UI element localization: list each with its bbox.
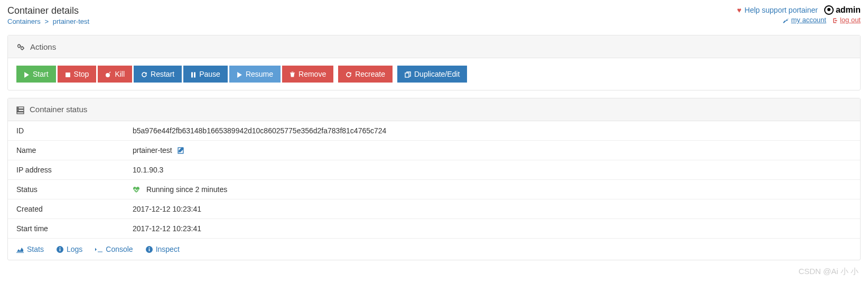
breadcrumb: Containers > prtainer-test [7, 17, 89, 25]
svg-rect-6 [405, 73, 409, 77]
actions-panel-header: Actions [8, 35, 860, 58]
created-label: Created [8, 199, 124, 219]
svg-rect-2 [66, 72, 70, 77]
user-name: admin [836, 5, 861, 15]
resume-label: Resume [246, 70, 273, 78]
svg-point-1 [21, 47, 24, 50]
svg-rect-14 [60, 249, 61, 251]
status-panel-title: Container status [30, 105, 87, 114]
duplicate-button[interactable]: Duplicate/Edit [397, 66, 467, 83]
terminal-icon [95, 245, 102, 253]
resume-button[interactable]: Resume [229, 66, 281, 83]
table-row: Created 2017-12-12 10:23:41 [8, 199, 860, 219]
svg-point-18 [148, 248, 150, 249]
play-icon [237, 70, 242, 78]
start-button[interactable]: Start [16, 66, 56, 83]
stats-label: Stats [27, 245, 44, 253]
status-cell: Running since 2 minutes [124, 179, 860, 199]
svg-rect-4 [191, 72, 193, 77]
my-account-link[interactable]: my account [782, 16, 826, 24]
recreate-label: Recreate [355, 70, 385, 78]
breadcrumb-separator: > [45, 17, 49, 25]
svg-point-3 [106, 73, 110, 77]
copy-icon [405, 70, 411, 78]
info-icon [57, 245, 63, 253]
remove-button[interactable]: Remove [282, 66, 333, 83]
name-value: prtainer-test [133, 146, 172, 154]
table-row: Name prtainer-test [8, 140, 860, 160]
page-title: Container details [7, 5, 89, 16]
table-row: IP address 10.1.90.3 [8, 160, 860, 179]
start-value: 2017-12-12 10:23:41 [124, 219, 860, 238]
ip-label: IP address [8, 160, 124, 179]
logs-tab[interactable]: Logs [57, 245, 82, 253]
restart-button[interactable]: Restart [134, 66, 182, 83]
breadcrumb-current[interactable]: prtainer-test [53, 17, 89, 25]
name-label: Name [8, 140, 124, 160]
support-link[interactable]: ♥ Help support portainer [737, 6, 818, 14]
ip-value: 10.1.90.3 [124, 160, 860, 179]
page-header: Container details Containers > prtainer-… [7, 5, 861, 25]
gears-icon [16, 42, 25, 51]
table-row: ID b5a976e44f2fb63148b1665389942d10c8602… [8, 121, 860, 141]
breadcrumb-parent[interactable]: Containers [7, 17, 41, 25]
table-row: Start time 2017-12-12 10:23:41 [8, 219, 860, 238]
status-table: ID b5a976e44f2fb63148b1665389942d10c8602… [8, 121, 860, 238]
pause-button[interactable]: Pause [183, 66, 228, 83]
stop-button[interactable]: Stop [58, 66, 97, 83]
heart-icon: ♥ [737, 6, 741, 14]
edit-icon[interactable] [178, 146, 184, 154]
server-icon [16, 105, 24, 114]
bomb-icon [105, 70, 111, 78]
svg-rect-9 [17, 112, 24, 113]
play-icon [24, 70, 30, 78]
svg-point-10 [18, 107, 18, 108]
console-tab[interactable]: Console [95, 245, 133, 253]
stats-tab[interactable]: Stats [16, 245, 44, 253]
status-panel: Container status ID b5a976e44f2fb63148b1… [7, 98, 861, 260]
id-value: b5a976e44f2fb63148b1665389942d10c8602577… [124, 121, 860, 141]
start-label: Start time [8, 219, 124, 238]
inspect-label: Inspect [156, 245, 180, 253]
status-panel-header: Container status [8, 98, 860, 121]
id-label: ID [8, 121, 124, 141]
user-badge: admin [824, 5, 861, 15]
svg-point-0 [18, 45, 21, 48]
created-value: 2017-12-12 10:23:41 [124, 199, 860, 219]
recreate-button[interactable]: Recreate [338, 66, 393, 83]
watermark: CSDN @Ai 小 小 [798, 267, 858, 273]
console-label: Console [106, 245, 133, 253]
name-cell: prtainer-test [124, 140, 860, 160]
my-account-label: my account [791, 16, 826, 24]
logout-link[interactable]: log out [832, 16, 861, 24]
wrench-icon [782, 16, 789, 24]
svg-point-11 [18, 110, 18, 111]
inspect-tab[interactable]: Inspect [146, 245, 180, 253]
action-buttons: Start Stop Kill Restart Pause [16, 66, 852, 83]
svg-point-15 [59, 248, 60, 249]
tab-row: Stats Logs Console Inspect [8, 238, 860, 260]
refresh-icon [346, 70, 352, 78]
logs-label: Logs [67, 245, 82, 253]
logout-icon [832, 16, 838, 24]
trash-icon [290, 70, 295, 78]
support-link-label: Help support portainer [744, 6, 818, 14]
duplicate-label: Duplicate/Edit [414, 70, 460, 78]
stop-icon [65, 70, 71, 78]
pause-label: Pause [199, 70, 220, 78]
info-icon [146, 245, 153, 253]
chart-icon [16, 245, 24, 253]
start-label: Start [33, 70, 49, 78]
remove-label: Remove [298, 70, 326, 78]
restart-label: Restart [151, 70, 174, 78]
actions-panel-title: Actions [30, 42, 56, 51]
logout-label: log out [840, 16, 861, 24]
refresh-icon [141, 70, 147, 78]
kill-button[interactable]: Kill [98, 66, 132, 83]
status-value: Running since 2 minutes [146, 185, 227, 194]
status-label: Status [8, 179, 124, 199]
heartbeat-icon [133, 185, 142, 194]
actions-panel: Actions Start Stop Kill Restart [7, 35, 861, 90]
stop-label: Stop [74, 70, 89, 78]
svg-rect-5 [194, 72, 195, 77]
